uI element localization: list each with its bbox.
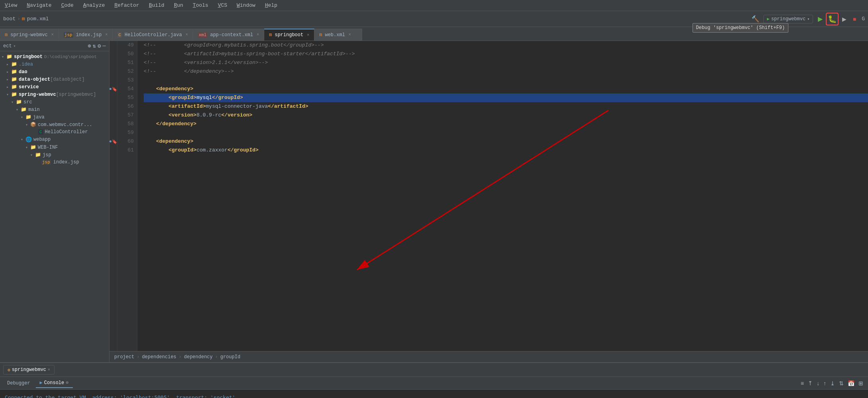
tab-close-app-context[interactable]: × xyxy=(257,33,259,37)
folder-icon-data-object: 📁 xyxy=(11,76,17,82)
tree-item-web-inf[interactable]: ▾ 📁 WEB-INF xyxy=(0,144,109,151)
sidebar-icons: ⊕ ⇅ ⚙ — xyxy=(88,43,106,49)
run-button[interactable]: ▶ xyxy=(815,14,825,24)
code-line-52: <!-- </dependency>--> xyxy=(144,67,868,76)
stop-button[interactable]: ■ xyxy=(850,14,859,24)
menu-item-refactor[interactable]: Refactor xyxy=(113,2,140,9)
menu-item-vcs[interactable]: VCS xyxy=(216,2,228,9)
run-config-label: springwebmvc xyxy=(771,16,806,22)
tree-label-jsp-folder: jsp xyxy=(43,152,51,158)
menu-item-navigate[interactable]: Navigate xyxy=(25,2,53,9)
bottom-btn-filter[interactable]: ⇅ xyxy=(837,379,845,387)
tree-bracket-spring-webmvc: [springwebmvc] xyxy=(56,92,96,97)
sidebar-icon-filter[interactable]: ⇅ xyxy=(93,43,96,49)
tab-close-spring-webmvc[interactable]: × xyxy=(51,33,54,37)
breadcrumb-file: m pom.xml xyxy=(22,16,49,22)
folder-icon-package: 📦 xyxy=(30,122,36,128)
bottom-tab-close[interactable]: × xyxy=(48,368,50,372)
sidebar-dropdown-arrow[interactable]: ▾ xyxy=(14,44,16,49)
code-line-56: <artifactId>mysql-connector-java</artifa… xyxy=(144,102,868,111)
ln-59: 59 xyxy=(121,128,134,137)
gutter-51 xyxy=(109,58,117,67)
tab-hello-controller[interactable]: C HelloController.java × xyxy=(113,29,193,41)
tree-item-dao[interactable]: ▸ 📁 dao xyxy=(0,68,109,76)
bottom-btn-up[interactable]: ↑ xyxy=(822,379,828,387)
tab-close-hello-controller[interactable]: × xyxy=(185,33,188,37)
bottom-btn-up-first[interactable]: ⤒ xyxy=(806,379,814,387)
gutter-53 xyxy=(109,76,117,85)
java-file-icon: C xyxy=(38,129,43,135)
bottom-btn-down-last[interactable]: ⤓ xyxy=(829,379,837,387)
folder-icon-root: 📁 xyxy=(6,54,12,60)
ln-53: 53 xyxy=(121,76,134,85)
ln-52: 52 xyxy=(121,67,134,76)
tree-item-data-object[interactable]: ▸ 📁 data-object [dataobject] xyxy=(0,76,109,83)
tab-close-web-xml[interactable]: × xyxy=(349,33,351,37)
tab-close-springboot[interactable]: × xyxy=(307,33,309,37)
tree-label-hello-ctrl: HelloController xyxy=(45,129,88,135)
tree-item-webapp[interactable]: ▾ 🌐 webapp xyxy=(0,136,109,144)
tree-bracket-data-object: [dataobject] xyxy=(50,77,84,82)
bc-project[interactable]: project xyxy=(114,354,134,360)
menu-item-analyze[interactable]: Analyze xyxy=(82,2,107,9)
tab-springboot[interactable]: m springboot × xyxy=(264,29,314,41)
code-editor[interactable]: ● 🔖 ● 🔖 49 50 51 52 53 xyxy=(109,41,868,351)
bottom-btn-down[interactable]: ↓ xyxy=(815,379,821,387)
tree-item-java[interactable]: ▾ 📁 java xyxy=(0,113,109,121)
ln-55: 55 xyxy=(121,93,134,102)
gutter-57 xyxy=(109,111,117,120)
tree-item-project-root[interactable]: ▾ 📁 springboot D:\coding\springboot xyxy=(0,53,109,60)
menu-item-tools[interactable]: Tools xyxy=(191,2,210,9)
tab-label-spring-webmvc: spring-webmvc xyxy=(10,32,48,38)
ln-58: 58 xyxy=(121,120,134,128)
menu-item-window[interactable]: Window xyxy=(235,2,257,9)
bc-dependency[interactable]: dependency xyxy=(184,354,213,360)
bottom-btn-split[interactable]: ⊞ xyxy=(857,379,865,387)
sidebar-icon-close[interactable]: — xyxy=(103,43,106,49)
bottom-btn-calendar[interactable]: 📅 xyxy=(846,379,856,387)
debug-tooltip: Debug 'springwebmvc' (Shift+F9) xyxy=(692,23,788,33)
tree-item-index-jsp[interactable]: jsp index.jsp xyxy=(0,159,109,166)
bottom-btn-list[interactable]: ≡ xyxy=(799,379,806,387)
tab-icon-index-jsp: jsp xyxy=(64,32,73,38)
tree-arrow-jsp-folder: ▾ xyxy=(30,153,35,157)
breadcrumb-root[interactable]: boot xyxy=(3,16,16,22)
tree-item-service[interactable]: ▸ 📁 service xyxy=(0,83,109,91)
subtab-debugger[interactable]: Debugger xyxy=(3,379,34,388)
bc-dependencies[interactable]: dependencies xyxy=(142,354,176,360)
menu-item-help[interactable]: Help xyxy=(263,2,279,9)
tab-app-context[interactable]: xml app-context.xml × xyxy=(193,29,264,41)
tree-item-hello-ctrl[interactable]: C HelloController xyxy=(0,128,109,136)
tree-item-jsp-folder[interactable]: ▾ 📁 jsp xyxy=(0,151,109,159)
subtab-console[interactable]: ▶ Console ⊕ xyxy=(36,378,73,388)
menu-item-code[interactable]: Code xyxy=(60,2,75,9)
main-layout: ect ▾ ⊕ ⇅ ⚙ — ▾ 📁 springboot D:\coding\s… xyxy=(0,41,868,362)
tree-item-package[interactable]: ▾ 📦 com.webmvc.contr... xyxy=(0,121,109,128)
breadcrumb-bottom-bar: project › dependencies › dependency › gr… xyxy=(109,351,868,362)
tree-item-spring-webmvc[interactable]: ▾ 📁 spring-webmvc [springwebmvc] xyxy=(0,91,109,98)
tree-item-idea[interactable]: ▸ 📁 .idea xyxy=(0,60,109,68)
tab-index-jsp[interactable]: jsp index.jsp × xyxy=(59,29,113,41)
run-with-coverage-button[interactable]: ▶ xyxy=(839,14,849,24)
run-config-selector[interactable]: ▶ springwebmvc ▾ xyxy=(763,15,813,23)
sidebar-icon-plus[interactable]: ⊕ xyxy=(88,43,91,49)
tree-arrow-webapp: ▾ xyxy=(21,137,25,142)
bottom-tab-springwebmvc[interactable]: ⚙ springwebmvc × xyxy=(3,365,55,375)
tree-arrow-idea: ▸ xyxy=(6,62,11,67)
run-config-icon: ▶ xyxy=(767,16,770,21)
menu-item-build[interactable]: Build xyxy=(147,2,166,9)
menu-item-view[interactable]: View xyxy=(3,2,19,9)
debug-button[interactable]: 🐛 xyxy=(826,13,839,25)
menu-item-run[interactable]: Run xyxy=(172,2,185,9)
bc-groupid[interactable]: groupId xyxy=(220,354,240,360)
tree-item-src[interactable]: ▾ 📁 src xyxy=(0,98,109,106)
ln-49: 49 xyxy=(121,41,134,50)
sidebar-icon-gear[interactable]: ⚙ xyxy=(98,43,101,49)
tree-item-main[interactable]: ▾ 📁 main xyxy=(0,106,109,113)
tree-label-java: java xyxy=(33,115,45,120)
ln-51: 51 xyxy=(121,58,134,67)
folder-icon-main: 📁 xyxy=(21,107,27,113)
tab-close-index-jsp[interactable]: × xyxy=(105,33,107,37)
tab-web-xml[interactable]: m web.xml × xyxy=(314,29,362,41)
tab-spring-webmvc[interactable]: m spring-webmvc × xyxy=(0,29,59,41)
